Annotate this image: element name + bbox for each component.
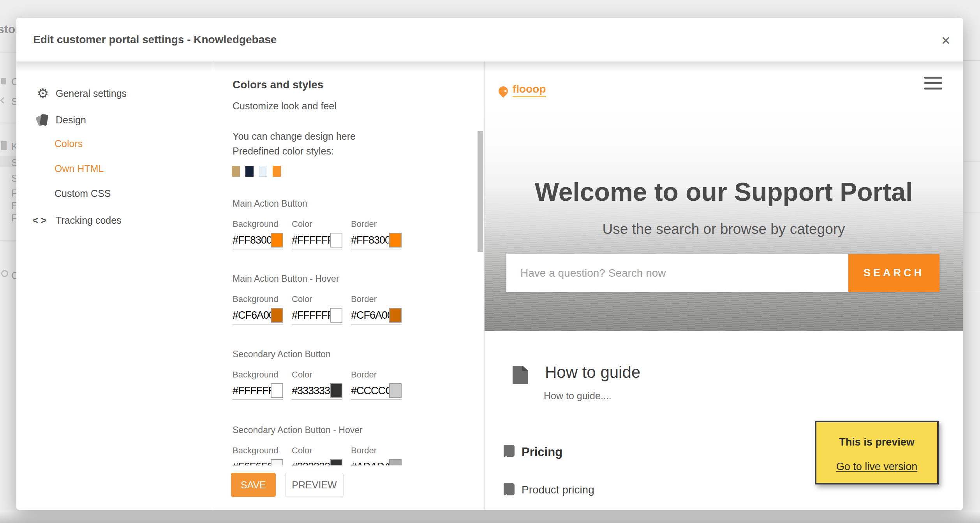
backdrop-divider — [963, 161, 980, 162]
color-swatch[interactable] — [330, 233, 342, 247]
field-label: Color — [292, 370, 342, 380]
backdrop-divider — [963, 290, 980, 290]
intro-text: You can change design here — [233, 131, 356, 142]
color-swatch[interactable] — [389, 383, 402, 398]
nav-item-custom-css[interactable]: Custom CSS — [16, 185, 212, 202]
color-value-input[interactable]: #FFFFFF — [233, 385, 271, 397]
color-swatch[interactable] — [389, 308, 402, 323]
nav-label: Tracking codes — [56, 215, 122, 226]
field-label: Color — [292, 294, 342, 304]
portal-search-bar: SEARCH — [506, 254, 939, 292]
settings-nav: ⚙ General settings Design Colors Own HTM… — [16, 61, 212, 510]
dialog-title: Edit customer portal settings - Knowledg… — [33, 18, 277, 61]
color-swatch[interactable] — [330, 308, 342, 323]
panel-scrollbar-thumb[interactable] — [478, 131, 483, 252]
nav-item-own-html[interactable]: Own HTML — [16, 160, 212, 177]
color-value-input[interactable]: #FF8300 — [233, 234, 271, 246]
color-swatch[interactable] — [389, 233, 402, 247]
color-field-background: Background #FFFFFF — [233, 370, 283, 400]
preset-style-swatch[interactable] — [232, 166, 240, 177]
color-field-background: Background #CF6A00 — [233, 294, 283, 325]
category-title[interactable]: Pricing — [522, 445, 562, 459]
intro-text: Predefined color styles: — [233, 146, 334, 157]
book-icon — [504, 445, 515, 457]
category-title[interactable]: How to guide — [545, 363, 640, 382]
preset-style-swatch[interactable] — [245, 166, 254, 177]
color-value-input[interactable]: #FFFFFF — [292, 309, 330, 321]
color-field-background: Background #FF8300 — [233, 219, 283, 249]
backdrop-chevron-icon — [0, 97, 7, 104]
backdrop-bank-icon — [1, 141, 7, 150]
color-value-input[interactable]: #333333 — [292, 385, 330, 397]
dialog-body: ⚙ General settings Design Colors Own HTM… — [16, 61, 963, 510]
color-field-border: Border #CF6A00 — [351, 294, 402, 325]
hero-title: Welcome to our Support Portal — [485, 177, 963, 207]
field-label: Border — [351, 446, 402, 456]
field-label: Background — [233, 370, 283, 380]
category-description: How to guide.... — [544, 390, 612, 402]
backdrop-bottom-band — [0, 511, 980, 523]
portal-preview-pane: flooop Welcome to our Support Portal Use… — [485, 61, 963, 510]
section-label: Secondary Action Button — [233, 349, 435, 360]
section-main-action-button-hover: Main Action Button - Hover Background #C… — [233, 274, 435, 325]
color-field-color: Color #FFFFFF — [292, 219, 342, 249]
field-label: Background — [233, 294, 283, 304]
section-label: Main Action Button - Hover — [233, 274, 435, 284]
field-label: Border — [351, 219, 402, 229]
nav-label: Colors — [55, 138, 83, 149]
nav-item-general-settings[interactable]: ⚙ General settings — [16, 85, 212, 102]
nav-label: Own HTML — [55, 163, 104, 174]
panel-title: Colors and styles — [233, 79, 323, 91]
drop-icon — [497, 84, 510, 98]
screen: stor C S K S S F F F C Edit customer por… — [0, 0, 980, 523]
backdrop-square-icon — [1, 78, 6, 84]
color-value-input[interactable]: #CF6A00 — [233, 309, 271, 321]
portal-logo-text: flooop — [513, 83, 546, 97]
hamburger-menu-icon[interactable] — [924, 77, 942, 93]
field-label: Color — [292, 446, 342, 456]
nav-item-colors[interactable]: Colors — [16, 135, 212, 152]
dialog-header: Edit customer portal settings - Knowledg… — [16, 18, 963, 61]
nav-label: Design — [56, 114, 86, 126]
nav-item-tracking-codes[interactable]: <> Tracking codes — [16, 212, 212, 228]
hero-water-texture — [485, 103, 963, 331]
color-value-input[interactable]: #FF8300 — [351, 234, 389, 246]
preview-button[interactable]: PREVIEW — [285, 473, 344, 497]
field-label: Background — [233, 219, 283, 229]
section-label: Main Action Button — [233, 198, 435, 209]
predefined-color-styles — [232, 166, 286, 177]
nav-label: Custom CSS — [55, 188, 111, 199]
edit-portal-settings-dialog: Edit customer portal settings - Knowledg… — [16, 18, 963, 510]
color-swatch[interactable] — [271, 383, 283, 398]
color-field-border: Border #FF8300 — [351, 219, 402, 249]
backdrop-divider — [963, 60, 980, 61]
backdrop-divider — [0, 240, 16, 241]
preset-style-swatch[interactable] — [273, 166, 281, 177]
color-swatch[interactable] — [271, 308, 283, 323]
search-input[interactable] — [506, 254, 848, 292]
search-button[interactable]: SEARCH — [848, 254, 939, 292]
nav-item-design[interactable]: Design — [16, 112, 212, 128]
color-swatch[interactable] — [271, 233, 283, 247]
category-title[interactable]: Product pricing — [522, 484, 594, 496]
save-button[interactable]: SAVE — [231, 473, 276, 497]
section-main-action-button: Main Action Button Background #FF8300 Co… — [233, 198, 435, 249]
panel-footer: SAVE PREVIEW — [212, 465, 484, 510]
field-label: Border — [351, 294, 402, 304]
book-icon — [504, 483, 515, 495]
go-to-live-version-link[interactable]: Go to live version — [836, 461, 918, 473]
code-icon: <> — [32, 214, 49, 226]
backdrop-divider — [963, 212, 980, 212]
backdrop-circle-icon — [1, 270, 8, 277]
preview-tooltip: This is preview Go to live version — [815, 421, 939, 484]
color-value-input[interactable]: #FFFFFF — [292, 234, 330, 246]
color-value-input[interactable]: #CCCCCC — [351, 385, 389, 397]
preset-style-swatch[interactable] — [259, 166, 267, 177]
portal-topbar: flooop — [485, 61, 963, 103]
design-icon — [34, 114, 51, 126]
color-swatch[interactable] — [330, 383, 342, 398]
close-icon[interactable]: ✕ — [939, 33, 953, 47]
color-value-input[interactable]: #CF6A00 — [351, 309, 389, 321]
section-secondary-action-button: Secondary Action Button Background #FFFF… — [233, 349, 435, 400]
portal-logo[interactable]: flooop — [499, 83, 546, 97]
